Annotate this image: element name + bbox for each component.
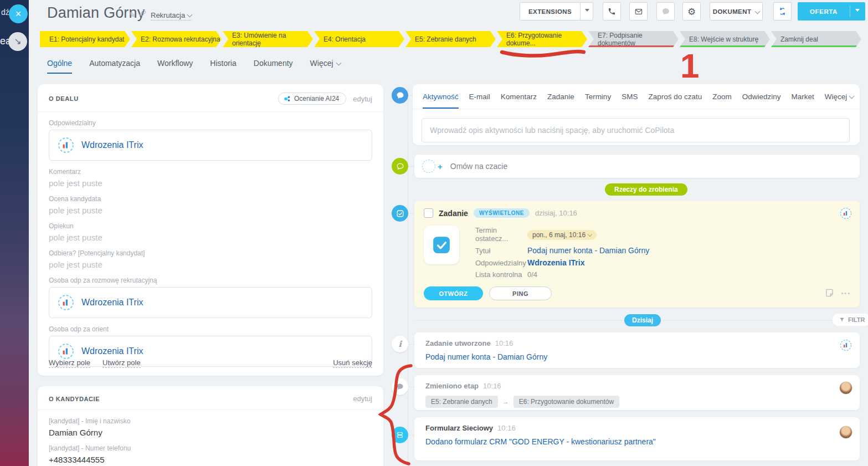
task-title-link[interactable]: Podaj numer konta - Damian Górny: [527, 246, 649, 255]
dokument-button[interactable]: DOKUMENT: [710, 2, 763, 21]
create-field-link[interactable]: Utwórz pole: [102, 359, 141, 368]
candidate-phone-value[interactable]: +48333444555: [49, 455, 372, 464]
tab-sms[interactable]: SMS: [622, 93, 638, 109]
tab-market[interactable]: Market: [792, 93, 814, 109]
extensions-button[interactable]: EXTENSIONS: [520, 2, 593, 21]
chevron-down-icon: [588, 232, 592, 236]
extensions-label: EXTENSIONS: [520, 8, 580, 15]
ai-scoring-badge[interactable]: Ocenianie AI24: [278, 93, 346, 105]
field-label: Odpowiedzialny: [49, 119, 372, 127]
tab-email[interactable]: E-mail: [469, 93, 490, 109]
task-responsible-link[interactable]: Wdrozenia ITrix: [527, 258, 649, 267]
itrix-avatar: [840, 207, 852, 219]
deadline-value-pill[interactable]: pon., 6 maj, 10:16: [527, 230, 597, 240]
tab-odwiedziny[interactable]: Odwiedziny: [742, 93, 781, 109]
activity-composer-input[interactable]: [422, 118, 850, 142]
stage-e7[interactable]: E7: Podpisanie dokumentów: [588, 31, 679, 47]
stage-label: E6: Przygotowanie dokume...: [506, 32, 587, 47]
field-empty-value[interactable]: pole jest puste: [49, 233, 372, 242]
gear-icon: ⚙: [687, 6, 696, 17]
ping-button[interactable]: PING: [489, 286, 552, 300]
stage-e4[interactable]: E4: Orientacja: [314, 31, 404, 47]
todo-badge: Rzeczy do zrobienia: [605, 183, 687, 196]
tab-terminy[interactable]: Terminy: [585, 93, 611, 109]
call-button[interactable]: [603, 2, 621, 21]
entry-title: Zadanie utworzone: [425, 339, 491, 347]
tab-zadanie[interactable]: Zadanie: [547, 93, 574, 109]
oferta-button[interactable]: OFERTA: [798, 2, 865, 21]
stage-change-icon: [392, 378, 408, 395]
close-icon: ×: [16, 8, 22, 19]
timeline-entry-stage-changed[interactable]: Zmieniono etap 10:16 E5: Zebranie danych…: [414, 375, 860, 410]
field-label: Ocena kandydata: [49, 195, 372, 203]
discuss-in-chat-bar[interactable]: + Omów na czacie: [414, 155, 860, 178]
section-title: O DEALU: [49, 95, 278, 102]
remove-section-link[interactable]: Usuń sekcję: [333, 359, 372, 368]
automation-button[interactable]: [773, 2, 792, 21]
tab-automatyzacja[interactable]: Automatyzacja: [89, 59, 140, 74]
title-label: Tytuł: [475, 247, 527, 255]
field-label: Osoba odp za rozmowę rekrutacyjną: [49, 276, 372, 284]
sync-arrows-icon: [778, 7, 787, 16]
responsible-person[interactable]: Wdrozenia ITrix: [49, 130, 372, 161]
candidate-info-card: O KANDYDACIE edytuj [kandydat] - Imię i …: [38, 386, 383, 466]
entry-time: 10:16: [495, 339, 513, 347]
stage-e2[interactable]: E2: Rozmowa rekrutacyjna: [131, 31, 222, 47]
tab-wiecej-activity[interactable]: Więcej: [825, 93, 854, 109]
checklist-label: Lista kontrolna: [475, 270, 527, 279]
extensions-dropdown[interactable]: [581, 9, 593, 14]
stage-e5[interactable]: E5: Zebranie danych: [405, 31, 496, 47]
edit-section-link[interactable]: edytuj: [353, 395, 372, 403]
choose-field-link[interactable]: Wybierz pole: [49, 359, 90, 368]
tab-komentarz[interactable]: Komentarz: [501, 93, 537, 109]
stage-e8[interactable]: E8: Wejście w strukturę: [680, 31, 770, 47]
ai-molecule-icon: [283, 95, 291, 103]
field-empty-value[interactable]: pole jest puste: [49, 206, 372, 215]
field-empty-value[interactable]: pole jest puste: [49, 260, 372, 269]
tab-zoom[interactable]: Zoom: [712, 93, 732, 109]
more-actions-icon[interactable]: •••: [841, 290, 851, 296]
chat-button-disabled[interactable]: [656, 2, 675, 21]
open-task-button[interactable]: OTWÓRZ: [424, 286, 483, 300]
field-label: Opiekun: [49, 222, 372, 230]
collapse-slider-button[interactable]: ↘: [8, 32, 27, 51]
settings-button[interactable]: ⚙: [682, 2, 701, 21]
tab-ogolne[interactable]: Ogólne: [47, 59, 72, 74]
entry-title: Zmieniono etap: [425, 382, 479, 390]
deal-tabs: Ogólne Automatyzacja Workflowy Historia …: [47, 59, 341, 74]
interview-person[interactable]: Wdrozenia ITrix: [49, 287, 372, 318]
info-event-icon: i: [392, 336, 408, 352]
close-slider-button[interactable]: ×: [9, 4, 28, 23]
stage-e6-current[interactable]: E6: Przygotowanie dokume...: [497, 31, 587, 47]
entry-form-link[interactable]: Dodano formularz CRM "GOD ENERGY - kwest…: [425, 437, 849, 446]
stage-close-deal[interactable]: Zamknij deal: [771, 31, 861, 47]
tab-dokumenty[interactable]: Dokumenty: [254, 59, 293, 74]
tab-zapros-do-czatu[interactable]: Zaproś do czatu: [648, 93, 702, 109]
dokument-label: DOKUMENT: [713, 8, 752, 15]
email-button[interactable]: [629, 2, 648, 21]
edit-section-link[interactable]: edytuj: [353, 95, 372, 103]
candidate-name-value[interactable]: Damian Górny: [49, 428, 372, 437]
note-icon[interactable]: [825, 288, 834, 298]
tab-wiecej[interactable]: Więcej: [310, 59, 341, 74]
timeline-entry-webform[interactable]: Formularz Sieciowy 10:16 Dodano formular…: [414, 417, 860, 460]
tab-label: Więcej: [310, 59, 333, 68]
link-icon[interactable]: [139, 9, 146, 18]
stage-e1[interactable]: E1: Potencjalny kandydat: [40, 31, 130, 47]
stage-e3[interactable]: E3: Umówienie na orientację: [223, 31, 313, 47]
pipeline-selector[interactable]: Rekrutacja: [151, 11, 192, 21]
collapse-icon: ↘: [14, 36, 21, 47]
task-status-badge: WYŚWIETLONE: [474, 208, 530, 218]
funnel-icon: [839, 316, 845, 323]
tab-workflowy[interactable]: Workflowy: [157, 59, 193, 74]
edit-title-icon[interactable]: ✎: [129, 11, 136, 19]
task-checkbox[interactable]: [424, 208, 433, 218]
tab-historia[interactable]: Historia: [210, 59, 236, 74]
field-empty-value[interactable]: pole jest puste: [49, 178, 372, 188]
activity-panel: Aktywność E-mail Komentarz Zadanie Termi…: [413, 84, 860, 145]
tab-aktywnosc[interactable]: Aktywność: [423, 93, 459, 109]
timeline-filter-button[interactable]: FILTR: [833, 314, 868, 326]
chevron-down-icon: [336, 60, 341, 66]
timeline-entry-task-created[interactable]: Zadanie utworzone 10:16 Podaj numer kont…: [414, 332, 860, 368]
entry-task-link[interactable]: Podaj numer konta - Damian Górny: [425, 352, 849, 361]
